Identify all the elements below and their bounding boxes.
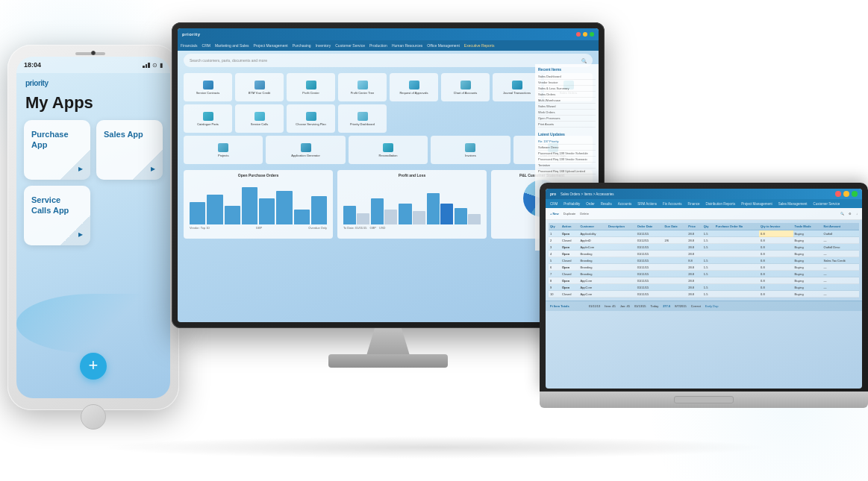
table-row[interactable]: 10 Closed AppCore 01/11/15 28.8 1.5: [549, 291, 859, 298]
monitor-icon-request[interactable]: Request of Approvals: [390, 73, 438, 101]
monitor-nav-project[interactable]: Project Management: [254, 43, 288, 48]
monitor-nav-financials[interactable]: Financials: [181, 43, 198, 48]
col-header-price[interactable]: Price: [687, 223, 702, 230]
laptop-nav-results[interactable]: Results: [601, 202, 612, 206]
table-row[interactable]: 5 Closed Branding 01/11/15 8.8 1.5: [549, 257, 859, 264]
monitor-icon-dashboard[interactable]: Priority Dashboard: [338, 104, 387, 133]
chart-overdue[interactable]: Overdue Only: [308, 226, 327, 230]
sidebar-item-5[interactable]: Multi-Warehouse: [538, 98, 596, 104]
toolbar-duplicate-btn[interactable]: Duplicate: [563, 212, 576, 216]
laptop-nav-distribution[interactable]: Distribution Reports: [706, 202, 736, 206]
monitor-icon-profit-tree[interactable]: Profit Center Tree: [338, 73, 387, 101]
table-row[interactable]: 2 Closed AppletD 01/12/15 2/6 28.8 1.5: [549, 237, 859, 244]
laptop-minimize-icon[interactable]: [843, 191, 849, 197]
sidebar-item-3[interactable]: Sales & Loss Summary: [538, 86, 596, 92]
monitor-icon-accounts[interactable]: Chart of Accounts: [441, 73, 490, 101]
toolbar-export-icon[interactable]: ↓: [856, 212, 858, 216]
col-header-qty-inv[interactable]: Qty to Invoice: [759, 223, 793, 230]
add-app-button[interactable]: +: [80, 353, 107, 380]
monitor-icon-btm[interactable]: BTM Your Credit: [235, 73, 284, 101]
monitor-icon-catalogue[interactable]: Catalogue Parts: [184, 104, 232, 133]
laptop-nav-crm[interactable]: CRM: [550, 202, 558, 206]
table-row[interactable]: 4 Open Branding 01/11/15 28.8: [549, 251, 859, 257]
laptop-nav-fix[interactable]: Fix Accounts: [663, 202, 682, 206]
monitor-icon-servicing-plan[interactable]: Choose Servicing Plan: [287, 104, 335, 133]
chart-filter[interactable]: Vendor: Top 10: [190, 226, 210, 230]
phone-app-card-sales[interactable]: Sales App ▸: [96, 120, 163, 180]
laptop-nav-profitability[interactable]: Profitability: [563, 202, 580, 206]
col-header-po[interactable]: Purchase Order No: [714, 223, 759, 230]
col-header-description[interactable]: Description: [607, 223, 636, 230]
monitor-icon-service-contracts[interactable]: Service Contracts: [184, 73, 232, 101]
table-row[interactable]: 7 Closed Branding 01/11/15 28.8 1.5: [549, 271, 859, 277]
cell: [714, 257, 759, 264]
laptop-nav-order[interactable]: Order: [586, 202, 595, 206]
sidebar-item-4[interactable]: Sales Orders: [538, 92, 596, 98]
latest-item-1[interactable]: Re: 197 Priority: [538, 139, 596, 145]
monitor-nav-crm[interactable]: CRM: [202, 43, 210, 48]
sidebar-item-6[interactable]: Sales Wizard: [538, 104, 596, 110]
sidebar-item-8[interactable]: Open Processes: [538, 116, 596, 122]
col-header-trade[interactable]: Trade Mode: [793, 223, 822, 230]
col-header-qty[interactable]: Qty: [549, 223, 561, 230]
chart-currency[interactable]: GBP: [256, 226, 262, 230]
laptop-nav-srm[interactable]: SRM Actions: [637, 202, 657, 206]
col-header-qty2[interactable]: Qty: [702, 223, 714, 230]
monitor-icon-invoices[interactable]: Invoices: [431, 136, 510, 164]
col-header-order-date[interactable]: Order Date: [636, 223, 664, 230]
monitor-search-bar[interactable]: Search customers, parts, documents and m…: [184, 54, 593, 67]
col-header-net[interactable]: Net Amount: [822, 223, 859, 230]
toolbar-filter-icon[interactable]: ⚙: [849, 212, 852, 216]
table-row[interactable]: 1 Open Applicability 01/11/15 28.8 1.5: [549, 230, 859, 237]
monitor-nav-production[interactable]: Production: [369, 43, 387, 48]
toolbar-new-btn[interactable]: + New: [550, 212, 559, 216]
laptop-nav-accounts[interactable]: Accounts: [618, 202, 632, 206]
latest-item-5[interactable]: Tentative: [538, 163, 596, 169]
phone-home-button[interactable]: [81, 404, 106, 430]
col-header-customer[interactable]: Customer: [578, 223, 606, 230]
sidebar-item-2[interactable]: Vendor Invoice: [538, 80, 596, 86]
table-row[interactable]: 8 Open AppCore 01/11/15 28.8: [549, 277, 859, 284]
close-btn-icon[interactable]: [576, 32, 581, 37]
cell: 0.8: [759, 244, 793, 251]
table-row[interactable]: 9 Open AppCore 01/11/15 28.8 1.5: [549, 284, 859, 291]
phone-app-card-purchase[interactable]: PurchaseApp ▸: [24, 120, 90, 180]
monitor-icon-app-gen[interactable]: Application Generator: [266, 136, 345, 164]
monitor-nav-marketing[interactable]: Marketing and Sales: [215, 43, 249, 48]
monitor-nav-purchasing[interactable]: Purchasing: [293, 43, 311, 48]
sidebar-item-9[interactable]: Print Assets: [538, 122, 596, 128]
toolbar-search-icon[interactable]: 🔍: [840, 212, 844, 216]
table-row[interactable]: 6 Open Branding 01/11/15 28.8 1.5: [549, 264, 859, 271]
laptop-close-icon[interactable]: [835, 191, 841, 197]
monitor-nav-executive[interactable]: Executive Reports: [464, 43, 495, 48]
monitor-icon-reconciliation[interactable]: Reconciliation: [349, 136, 428, 164]
laptop-nav-finance[interactable]: Finance: [688, 202, 700, 206]
monitor-icon-projects[interactable]: Projects: [184, 136, 263, 164]
toolbar-delete-btn[interactable]: Delete: [580, 212, 589, 216]
phone-app-card-service[interactable]: ServiceCalls App ▸: [24, 186, 90, 245]
monitor-icon-transactions[interactable]: Journal Transactions: [493, 73, 541, 101]
laptop-nav-sales[interactable]: Sales Management: [778, 202, 808, 206]
monitor-nav-inventory[interactable]: Inventory: [316, 43, 331, 48]
monitor-nav-hr[interactable]: Human Resources: [392, 43, 422, 48]
laptop-nav-customer-service[interactable]: Customer Service: [813, 202, 840, 206]
col-header-due-date[interactable]: Due Date: [663, 223, 687, 230]
monitor-logo: priority: [182, 32, 201, 37]
monitor-icon-profit-center[interactable]: Profit Center: [287, 73, 335, 101]
latest-item-6[interactable]: Processed Req 168 Upload Limited: [538, 169, 596, 175]
latest-item-2[interactable]: Software Demo: [538, 145, 596, 151]
laptop-touchpad[interactable]: [674, 396, 734, 403]
maximize-btn-icon[interactable]: [590, 32, 594, 37]
laptop-nav-project[interactable]: Project Management: [741, 202, 772, 206]
sidebar-item-1[interactable]: Sales Dashboard: [538, 74, 596, 80]
minimize-btn-icon[interactable]: [583, 32, 587, 37]
monitor-nav-customer[interactable]: Customer Service: [335, 43, 365, 48]
monitor-icon-service-calls[interactable]: Service Calls: [235, 104, 284, 133]
laptop-maximize-icon[interactable]: [852, 191, 858, 197]
monitor-nav-office[interactable]: Office Management: [427, 43, 460, 48]
col-header-action[interactable]: Action: [561, 223, 579, 230]
table-row[interactable]: 3 Open AppleCore 01/11/15 28.8 1.5: [549, 244, 859, 251]
sidebar-item-7[interactable]: Work Orders: [538, 110, 596, 116]
latest-item-4[interactable]: Processed Req 199 Vendor Scenario: [538, 157, 596, 163]
latest-item-3[interactable]: Processed Req 199 Vendor Schedule: [538, 151, 596, 157]
